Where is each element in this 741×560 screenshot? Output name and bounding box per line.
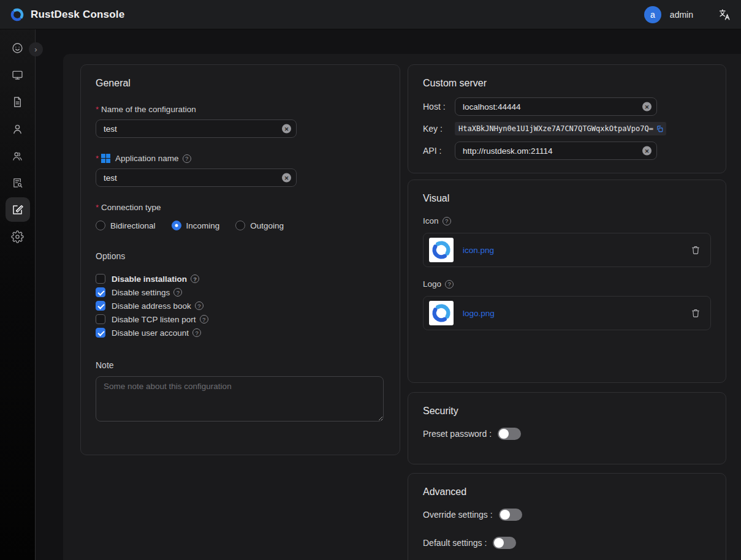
clear-icon[interactable] [282,124,291,134]
option-disable-address-book[interactable]: Disable address book [96,299,385,312]
option-disable-user-account[interactable]: Disable user account [96,326,385,339]
rustdesk-logo-icon [431,303,452,324]
security-panel: Security Preset password : [408,392,726,464]
sidebar-item-devices[interactable] [6,62,30,87]
help-icon[interactable] [191,274,199,283]
sidebar [0,29,36,560]
sidebar-item-users[interactable] [6,116,30,141]
connection-type-group: Bidirectional Incoming Outgoing [96,221,385,230]
help-icon[interactable] [445,280,454,289]
toggle-knob [499,429,509,439]
options-label: Options [96,251,385,261]
security-title: Security [423,406,711,417]
api-label: API : [423,146,455,156]
key-label: Key : [423,124,455,134]
help-icon[interactable] [195,301,203,310]
sidebar-item-groups[interactable] [6,143,30,168]
preset-password-label: Preset password : [423,429,492,439]
application-name-input[interactable] [96,168,297,187]
trash-icon[interactable] [691,308,701,318]
sidebar-expand-button[interactable]: › [29,42,43,56]
trash-icon[interactable] [691,245,701,255]
help-icon[interactable] [173,288,182,297]
main-content: General * Name of the configuration * Ap… [63,54,741,560]
checkbox-unchecked[interactable] [96,314,105,324]
option-disable-settings[interactable]: Disable settings [96,286,385,299]
toggle-knob [494,538,504,548]
brand: RustDesk Console [10,7,124,22]
default-settings-toggle[interactable] [493,537,516,549]
username[interactable]: admin [670,10,693,20]
override-settings-toggle[interactable] [499,509,522,521]
radio-circle[interactable] [235,221,245,230]
gear-icon [11,230,24,243]
advanced-panel: Advanced Override settings : Default set… [408,473,726,560]
logo-label: Logo [423,279,711,289]
option-disable-installation[interactable]: Disable installation [96,272,385,286]
api-input[interactable] [455,142,657,160]
radio-circle[interactable] [96,221,105,230]
edit-icon [11,203,24,216]
clear-icon[interactable] [642,146,652,156]
clear-icon[interactable] [282,173,291,183]
checkbox-unchecked[interactable] [96,274,105,284]
application-name-label: * Application name [96,154,385,163]
icon-file-link[interactable]: icon.png [463,246,494,255]
windows-icon [101,154,110,163]
sidebar-item-custom-client[interactable] [6,197,30,222]
key-value-chip: HtaXBkJNHyn0e1U1jWXze7A7CN7QTGWqxkOtpaVp… [455,122,666,135]
clear-icon[interactable] [642,102,652,112]
sidebar-item-settings[interactable] [6,224,30,249]
help-icon[interactable] [192,328,201,337]
checkbox-checked[interactable] [96,301,105,311]
logo-file-link[interactable]: logo.png [463,309,495,318]
config-name-input[interactable] [96,119,297,138]
config-name-label: * Name of the configuration [96,105,385,114]
connection-type-label: * Connection type [96,203,385,212]
app-title: RustDesk Console [31,9,124,21]
host-input[interactable] [455,97,657,116]
avatar[interactable]: a [644,6,661,23]
help-icon[interactable] [443,217,451,225]
user-icon [11,123,24,135]
option-disable-tcp-listen-port[interactable]: Disable TCP listen port [96,312,385,326]
advanced-title: Advanced [423,486,711,498]
user-group-icon [11,149,24,162]
checkbox-checked[interactable] [96,287,105,297]
radio-outgoing[interactable]: Outgoing [235,221,284,230]
document-icon [11,96,24,108]
general-panel: General * Name of the configuration * Ap… [80,64,400,455]
options-list: Disable installation Disable settings Di… [96,272,385,339]
copy-icon[interactable] [656,125,664,133]
radio-incoming[interactable]: Incoming [172,221,220,230]
toggle-knob [500,510,510,520]
topbar: RustDesk Console a admin [0,0,741,29]
required-marker: * [96,154,99,163]
radio-bidirectional[interactable]: Bidirectional [96,221,156,230]
icon-upload-item: icon.png [423,233,711,267]
custom-server-panel: Custom server Host : Key : HtaXBkJNHyn0e… [408,64,726,173]
visual-panel: Visual Icon icon.png Logo [408,180,726,383]
sidebar-item-dashboard[interactable] [6,36,30,60]
general-title: General [96,78,385,89]
required-marker: * [96,105,99,114]
help-icon[interactable] [183,154,191,163]
custom-server-title: Custom server [423,78,711,89]
checkbox-checked[interactable] [96,328,105,338]
note-textarea[interactable] [96,376,384,422]
icon-label: Icon [423,216,711,225]
key-value: HtaXBkJNHyn0e1U1jWXze7A7CN7QTGWqxkOtpaVp… [458,124,653,133]
rustdesk-logo-icon [10,7,25,22]
help-icon[interactable] [200,315,208,324]
radio-circle-selected[interactable] [172,221,181,230]
sidebar-item-documents[interactable] [6,89,30,114]
required-marker: * [96,203,99,212]
translate-icon[interactable] [718,8,731,21]
preset-password-toggle[interactable] [498,428,521,440]
audit-log-icon [11,176,24,189]
rustdesk-logo-icon [431,240,452,260]
icon-thumbnail [429,238,454,262]
override-settings-label: Override settings : [423,510,493,520]
sidebar-item-audit[interactable] [6,170,30,195]
logo-thumbnail [429,301,454,325]
